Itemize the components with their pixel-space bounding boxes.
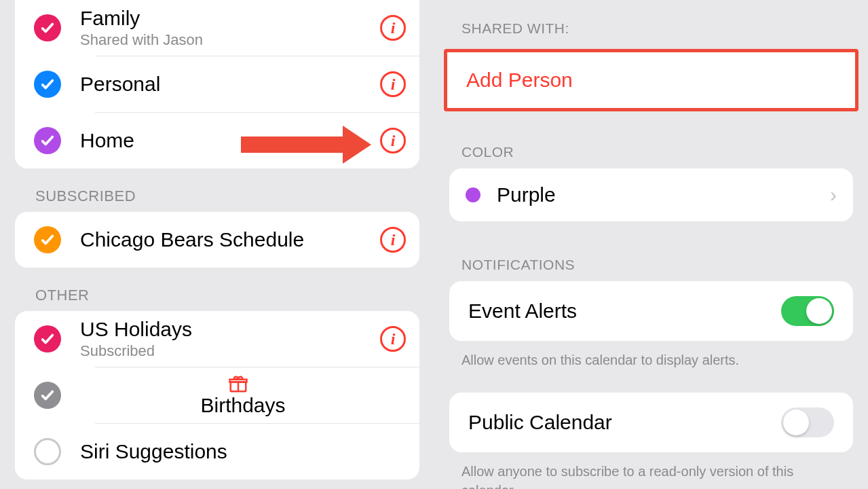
event-alerts-label: Event Alerts — [468, 300, 781, 323]
info-icon[interactable]: i — [380, 227, 406, 253]
info-icon[interactable]: i — [380, 71, 406, 97]
calendar-title: Siri Suggestions — [80, 440, 406, 463]
calendar-row-family[interactable]: Family Shared with Jason i — [15, 0, 419, 56]
row-texts: Personal — [80, 73, 380, 96]
calendar-title: Chicago Bears Schedule — [80, 228, 380, 251]
calendar-title: Birthdays — [200, 394, 285, 417]
calendar-group-other: US Holidays Subscribed i Birthdays Siri … — [15, 311, 419, 479]
add-person-highlight: Add Person — [444, 49, 858, 111]
section-header-color: COLOR — [434, 111, 868, 168]
event-alerts-row[interactable]: Event Alerts — [449, 281, 853, 341]
calendar-title: Personal — [80, 73, 380, 96]
public-calendar-group: Public Calendar — [449, 393, 853, 452]
row-texts: Chicago Bears Schedule — [80, 228, 380, 251]
calendar-row-personal[interactable]: Personal i — [15, 56, 419, 112]
calendar-row-usholidays[interactable]: US Holidays Subscribed i — [15, 311, 419, 367]
add-person-button[interactable]: Add Person — [447, 52, 855, 108]
row-texts: Birthdays — [80, 374, 406, 417]
event-alerts-group: Event Alerts — [449, 281, 853, 341]
event-alerts-toggle[interactable] — [781, 296, 834, 326]
public-calendar-footer: Allow anyone to subscribe to a read-only… — [434, 452, 868, 489]
check-icon[interactable] — [34, 71, 61, 98]
row-texts: Siri Suggestions — [80, 440, 406, 463]
calendar-group-subscribed: Chicago Bears Schedule i — [15, 212, 419, 268]
calendar-list-pane: Family Shared with Jason i Personal i Ho… — [0, 0, 434, 489]
calendar-detail-pane: SHARED WITH: Add Person COLOR Purple › N… — [434, 0, 868, 489]
row-texts: US Holidays Subscribed — [80, 318, 380, 360]
arrow-annotation — [241, 126, 371, 164]
calendar-row-birthdays[interactable]: Birthdays — [15, 367, 419, 423]
section-header-notifications: NOTIFICATIONS — [434, 221, 868, 281]
public-calendar-toggle[interactable] — [781, 408, 834, 437]
color-group: Purple › — [449, 168, 853, 221]
check-icon[interactable] — [34, 325, 61, 352]
public-calendar-row[interactable]: Public Calendar — [449, 393, 853, 452]
calendar-subtitle: Shared with Jason — [80, 31, 380, 49]
check-icon[interactable] — [34, 14, 61, 41]
info-icon[interactable]: i — [380, 15, 406, 41]
event-alerts-footer: Allow events on this calendar to display… — [434, 341, 868, 369]
section-header-subscribed: SUBSCRIBED — [0, 168, 434, 212]
info-icon[interactable]: i — [380, 128, 406, 153]
gift-icon — [228, 374, 248, 394]
public-calendar-label: Public Calendar — [468, 411, 781, 434]
calendar-row-bears[interactable]: Chicago Bears Schedule i — [15, 212, 419, 268]
section-header-sharedwith: SHARED WITH: — [434, 0, 868, 45]
check-icon[interactable] — [34, 226, 61, 253]
row-texts: Family Shared with Jason — [80, 7, 380, 49]
chevron-right-icon: › — [830, 183, 837, 206]
color-row[interactable]: Purple › — [449, 168, 853, 221]
check-icon[interactable] — [34, 127, 61, 154]
check-icon[interactable] — [34, 382, 61, 409]
color-value: Purple — [497, 183, 830, 206]
calendar-title: Family — [80, 7, 380, 30]
calendar-title: US Holidays — [80, 318, 380, 341]
section-header-other: OTHER — [0, 268, 434, 311]
calendar-subtitle: Subscribed — [80, 342, 380, 360]
info-icon[interactable]: i — [380, 326, 406, 352]
color-bullet-icon — [466, 187, 480, 202]
calendar-row-siri[interactable]: Siri Suggestions — [15, 424, 419, 479]
check-icon-empty[interactable] — [34, 438, 61, 465]
